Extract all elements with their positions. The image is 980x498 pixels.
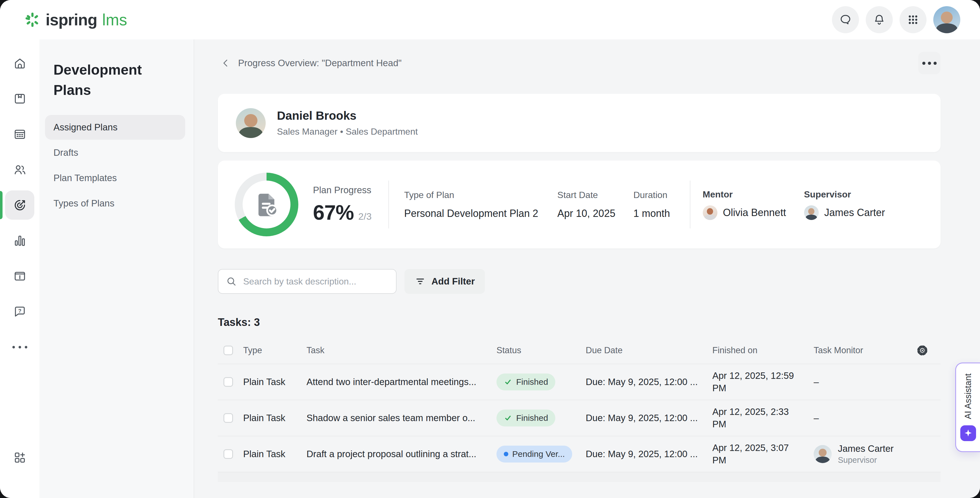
search-icon [226,276,237,287]
plan-progress-label: Plan Progress [313,185,388,195]
info-card-icon [13,270,27,283]
task-type-cell: Plain Task [243,449,307,460]
supervisor-avatar [804,205,819,220]
task-cell: Shadow a senior sales team member o... [307,413,496,423]
employee-card: Daniel Brooks Sales Manager • Sales Depa… [218,94,940,152]
user-avatar[interactable] [933,6,960,33]
rail-help[interactable]: ? [5,297,34,326]
menu-item-label: Types of Plans [54,198,114,209]
task-type-cell: Plain Task [243,377,307,387]
add-filter-button[interactable]: Add Filter [404,269,485,294]
select-all-checkbox[interactable] [223,346,233,355]
progress-fraction: 2/3 [358,211,372,222]
supervisor-name: James Carter [824,207,885,219]
table-row[interactable]: Plain Task Attend two inter-departmental… [218,364,940,400]
plan-summary-card: Plan Progress 67% 2/3 Type of Plan Perso… [218,161,940,249]
table-scrollbar-track[interactable] [218,472,940,482]
rail-development-plans[interactable] [5,190,34,220]
status-badge-finished: Finished [496,410,555,426]
logo-text-lms: lms [102,10,127,29]
more-actions-button[interactable] [918,52,940,74]
monitor-role: Supervisor [838,455,894,465]
rail-info[interactable] [5,262,34,290]
column-status: Status [496,345,586,356]
monitor-name: James Carter [838,443,894,454]
rail-home[interactable] [5,48,34,78]
app-shell: ? Development Plans Assigned Plans Draft… [0,40,980,498]
menu-item-label: Plan Templates [54,173,117,184]
row-checkbox[interactable] [223,413,233,423]
plan-progress-value: 67% 2/3 [313,201,388,225]
search-input[interactable] [243,276,396,287]
chat-icon [839,13,852,26]
top-header: ispringlms [0,0,980,40]
ispring-flower-icon [24,11,41,29]
search-box [218,269,396,294]
check-icon [504,378,512,386]
calendar-icon [13,128,27,141]
table-row[interactable]: Plain Task Draft a project proposal outl… [218,436,940,472]
field-mentor: Mentor Olivia Bennett [690,189,792,220]
menu-item-label: Drafts [54,147,78,158]
rail-courses[interactable] [5,84,34,113]
page-title: Progress Overview: "Department Head" [238,58,918,69]
filter-icon [415,276,426,287]
help-bubble-icon: ? [13,305,27,318]
bar-chart-icon [13,234,27,247]
svg-text:?: ? [18,308,21,313]
table-row[interactable]: Plain Task Shadow a senior sales team me… [218,400,940,436]
menu-plan-templates[interactable]: Plan Templates [45,166,185,190]
notifications-button[interactable] [866,6,893,33]
column-type: Type [243,345,307,356]
plan-progress-block: Plan Progress 67% 2/3 [313,185,388,225]
rail-add-apps[interactable] [5,443,34,472]
monitor-avatar [814,445,832,463]
ellipsis-icon [13,346,27,348]
icon-rail: ? [0,40,40,498]
column-due-date: Due Date [586,345,712,356]
row-checkbox[interactable] [223,377,233,387]
employee-info: Daniel Brooks Sales Manager • Sales Depa… [277,109,418,137]
ai-assistant-tab[interactable]: AI Assistant [955,362,980,452]
task-cell: Draft a project proposal outlining a str… [307,449,496,460]
task-type-cell: Plain Task [243,413,307,423]
task-monitor-cell: James Carter Supervisor [814,443,907,465]
home-icon [13,57,27,70]
ai-assistant-label: AI Assistant [963,374,973,419]
tasks-count-heading: Tasks: 3 [218,316,940,329]
table-settings-gear-icon[interactable] [916,344,929,357]
employee-subtitle: Sales Manager • Sales Department [277,126,418,137]
menu-assigned-plans[interactable]: Assigned Plans [45,115,185,140]
menu-item-label: Assigned Plans [54,122,117,132]
main-area: Progress Overview: "Department Head" Dan… [194,40,980,498]
target-arrow-icon [13,199,27,212]
app-window: ispringlms [0,0,980,498]
secondary-sidebar: Development Plans Assigned Plans Drafts … [40,40,194,498]
add-filter-label: Add Filter [431,276,475,287]
mentor-avatar [703,205,718,220]
table-header-row: Type Task Status Due Date Finished on Ta… [218,337,940,364]
rail-people[interactable] [5,155,34,184]
check-icon [504,414,512,422]
column-finished-on: Finished on [712,345,814,356]
finished-on-cell: Apr 12, 2025, 12:59 PM [712,370,814,394]
rail-calendar[interactable] [5,120,34,149]
back-button[interactable] [218,55,234,71]
ai-sparkle-icon [960,425,976,441]
apps-button[interactable] [899,6,926,33]
chevron-left-icon [220,57,231,69]
task-monitor-cell: – [814,377,907,387]
rail-reports[interactable] [5,226,34,255]
status-cell: Finished [496,374,586,390]
field-supervisor: Supervisor James Carter [792,189,893,220]
employee-avatar [236,108,266,138]
task-monitor-cell: – [814,413,907,423]
menu-drafts[interactable]: Drafts [45,140,185,165]
menu-types-of-plans[interactable]: Types of Plans [45,191,185,216]
messages-button[interactable] [832,6,859,33]
rail-more[interactable] [5,332,34,362]
bell-icon [873,13,886,26]
grid-plus-icon [13,451,27,464]
ispring-logo[interactable]: ispringlms [24,10,127,29]
row-checkbox[interactable] [223,449,233,459]
